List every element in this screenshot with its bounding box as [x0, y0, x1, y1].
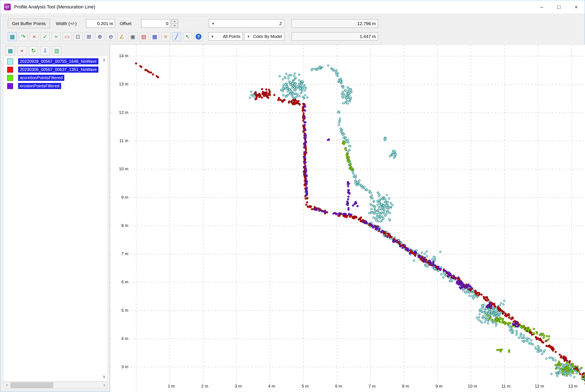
x-axis-tick-label: 7 m — [364, 383, 380, 389]
select-region-icon: ⊡ — [76, 34, 80, 39]
zoom-window-icon[interactable]: ⊞ — [85, 32, 93, 41]
x-axis-tick-label: 3 m — [230, 383, 246, 389]
model-color-swatch[interactable] — [7, 83, 13, 89]
export-profile-icon: ↷ — [21, 34, 26, 39]
measure-angle-icon: ∠ — [119, 34, 124, 39]
sort-models-icon[interactable]: ⇩ — [41, 46, 50, 55]
legend-item[interactable]: accretionPointsFiltered — [4, 74, 108, 82]
offset-input[interactable] — [141, 19, 170, 28]
window-title: Profile Analysis Tool (Mensuration Line) — [14, 4, 95, 10]
offset-label: Offset — [120, 21, 132, 26]
y-axis-tick-label: 5 m — [111, 307, 129, 313]
y-axis-tick-label: 11 m — [111, 138, 129, 144]
export-profile-icon[interactable]: ↷ — [19, 32, 28, 41]
data-table-icon: ▦ — [152, 34, 157, 39]
maximize-button[interactable]: □ — [550, 0, 567, 14]
minimize-button[interactable]: – — [533, 0, 550, 14]
accept-edits-icon[interactable]: ✓ — [41, 32, 50, 41]
remove-model-icon[interactable]: × — [17, 46, 27, 55]
legend-horizontal-scrollbar[interactable]: ‹ › — [4, 382, 108, 388]
profile-plot-canvas[interactable] — [110, 45, 585, 392]
y-axis-tick-label: 7 m — [111, 251, 129, 257]
y-axis-tick-label: 14 m — [111, 53, 129, 59]
scroll-up-icon[interactable]: ∧ — [102, 57, 106, 63]
z-value-readout: 12.796 m — [292, 19, 378, 28]
x-axis-tick-label: 2 m — [197, 383, 213, 389]
model-color-swatch[interactable] — [7, 67, 13, 73]
scroll-right-icon[interactable]: › — [101, 382, 108, 388]
snapshot-icon[interactable]: ▣ — [128, 32, 137, 41]
erase-points-icon: ▭ — [65, 34, 70, 39]
window-controls: – □ × — [533, 0, 585, 14]
model-stats-icon[interactable]: ▥ — [52, 46, 61, 55]
model-color-swatch[interactable] — [7, 58, 13, 64]
zoom-in-icon[interactable]: ⊕ — [96, 32, 104, 41]
color-by-combobox-value: Color By Model — [252, 34, 284, 39]
x-axis-tick-label: 8 m — [397, 383, 413, 389]
width-input[interactable] — [86, 19, 115, 28]
legend-rows: 20220928_00567_00755_1646_NoWave20230306… — [4, 56, 108, 90]
report-icon: ≡ — [164, 34, 167, 39]
all-points-combobox[interactable]: ▾ All Points — [208, 32, 243, 41]
profile-chart-icon: ▤ — [141, 34, 146, 39]
y-axis-tick-label: 13 m — [111, 81, 129, 87]
x-axis-tick-label: 13 m — [565, 383, 581, 389]
model-label[interactable]: accretionPointsFiltered — [18, 75, 64, 81]
model-color-swatch[interactable] — [7, 75, 13, 81]
data-table-icon[interactable]: ▦ — [150, 32, 159, 41]
model-legend-list: 20220928_00567_00755_1646_NoWave20230306… — [4, 56, 108, 381]
scroll-down-icon[interactable]: ∨ — [102, 374, 106, 379]
delete-points-icon[interactable]: × — [30, 32, 39, 41]
refresh-models-icon[interactable]: ↻ — [29, 46, 38, 55]
x-axis-tick-label: 4 m — [264, 383, 280, 389]
legend-toolbar: ▦×↻⇩▥ — [6, 46, 61, 55]
draw-line-icon[interactable]: ╱ — [172, 32, 181, 41]
legend-item[interactable]: erosionPointsFiltered — [4, 82, 108, 90]
pick-point-icon[interactable]: ↖ — [183, 32, 192, 41]
get-buffer-points-button[interactable]: Get Buffer Points — [8, 19, 50, 28]
scrollbar-track[interactable] — [10, 382, 101, 388]
width-label: Width (+/-) — [56, 21, 77, 26]
zoom-out-icon[interactable]: ⊖ — [106, 32, 115, 41]
model-label[interactable]: 20230306_00567_00637_1351_NoWave — [18, 66, 98, 73]
title-bar: QT Profile Analysis Tool (Mensuration Li… — [0, 0, 585, 14]
app-window: QT Profile Analysis Tool (Mensuration Li… — [0, 0, 585, 392]
distance-readout: 1.447 m — [292, 32, 378, 41]
z-axis-combobox-value: Z — [217, 21, 284, 26]
y-axis-tick-label: 6 m — [111, 279, 129, 285]
z-axis-combobox[interactable]: ▾ Z — [209, 19, 284, 28]
spin-down-button[interactable]: ▼ — [171, 24, 178, 28]
legend-view-icon[interactable]: ▦ — [6, 46, 15, 55]
remove-model-icon: × — [20, 48, 23, 54]
model-stats-icon: ▥ — [54, 48, 60, 54]
y-axis-tick-label: 12 m — [111, 110, 129, 115]
y-axis-tick-label: 3 m — [111, 364, 129, 370]
select-region-icon[interactable]: ⊡ — [74, 32, 82, 41]
legend-item[interactable]: 20230306_00567_00637_1351_NoWave — [4, 66, 108, 74]
all-points-combobox-value: All Points — [216, 34, 242, 39]
scrollbar-thumb[interactable] — [11, 382, 53, 388]
erase-points-icon[interactable]: ▭ — [63, 32, 72, 41]
profile-plot-area[interactable]: 14 m13 m12 m11 m10 m9 m8 m7 m6 m5 m4 m3 … — [110, 44, 585, 392]
model-label[interactable]: erosionPointsFiltered — [18, 83, 61, 89]
y-axis-tick-label: 4 m — [111, 336, 129, 342]
main-toolbar: ▦↷×✓≈▭⊡⊞⊕⊖∠▣▤▦≡╱↖? — [8, 32, 203, 41]
color-by-combobox[interactable]: ▾ Color By Model — [244, 32, 284, 41]
help-icon[interactable]: ? — [194, 32, 203, 41]
zoom-out-icon: ⊖ — [109, 34, 113, 39]
smooth-profile-icon[interactable]: ≈ — [52, 32, 61, 41]
chevron-down-icon: ▾ — [244, 34, 252, 39]
pick-point-icon: ↖ — [185, 34, 190, 39]
y-axis-tick-label: 8 m — [111, 222, 129, 228]
report-icon[interactable]: ≡ — [161, 32, 170, 41]
profile-chart-icon[interactable]: ▤ — [139, 32, 148, 41]
legend-view-icon: ▦ — [8, 48, 13, 54]
legend-panel-toggle-icon[interactable]: ▦ — [8, 32, 17, 41]
scroll-left-icon[interactable]: ‹ — [4, 382, 10, 388]
legend-item[interactable]: 20220928_00567_00755_1646_NoWave — [4, 57, 108, 66]
spin-up-button[interactable]: ▲ — [171, 19, 178, 24]
x-axis-tick-label: 5 m — [297, 383, 313, 389]
model-label[interactable]: 20220928_00567_00755_1646_NoWave — [18, 58, 98, 64]
measure-angle-icon[interactable]: ∠ — [117, 32, 126, 41]
close-button[interactable]: × — [567, 0, 585, 14]
